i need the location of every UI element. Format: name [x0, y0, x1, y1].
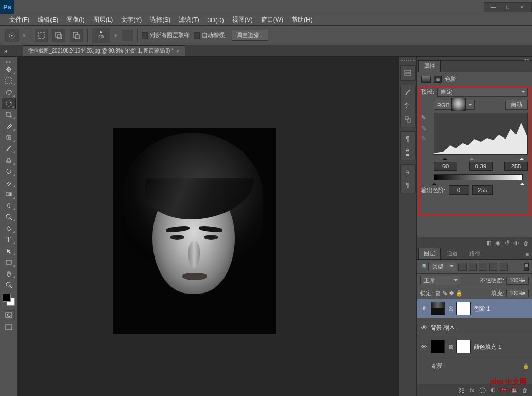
opacity-value[interactable]: 100% ▾ [506, 277, 529, 285]
layer-name[interactable]: 背景 [431, 362, 442, 370]
tab-layers[interactable]: 图层 [418, 248, 441, 259]
zoom-tool[interactable] [2, 279, 16, 290]
layer-row-background[interactable]: 背景 🔒 [417, 356, 532, 375]
auto-enhance-checkbox[interactable]: 自动增强 [194, 31, 225, 39]
layer-name[interactable]: 背景 副本 [431, 324, 455, 332]
blend-mode-select[interactable]: 正常 [420, 276, 460, 285]
type-tool[interactable]: T [2, 234, 16, 245]
output-gradient[interactable] [434, 174, 523, 180]
maximize-button[interactable]: □ [501, 3, 515, 12]
gamma-input-value[interactable]: 0.39 [469, 162, 493, 171]
visibility-toggle[interactable]: 👁 [420, 343, 427, 350]
visibility-toggle[interactable]: 👁 [420, 305, 427, 312]
document-tab[interactable]: 微信截图_20210824154425.jpg @ 90.9% (色阶 1, 图… [23, 45, 185, 56]
layer-name[interactable]: 颜色填充 1 [474, 343, 501, 351]
layer-row-levels1[interactable]: 👁 ⛓ 色阶 1 [417, 299, 532, 318]
layer-row-solidfill1[interactable]: 👁 ⛓ 颜色填充 1 [417, 337, 532, 356]
canvas-area[interactable] [18, 57, 399, 396]
clone-source-icon[interactable] [402, 113, 414, 126]
menu-help[interactable]: 帮助(H) [287, 15, 317, 24]
hand-tool[interactable] [2, 268, 16, 279]
current-tool-icon[interactable] [5, 29, 19, 42]
input-sliders[interactable] [434, 155, 523, 160]
menu-filter[interactable]: 滤镜(T) [175, 15, 203, 24]
quick-select-tool[interactable] [2, 98, 16, 109]
lock-transparent-icon[interactable]: ▨ [435, 290, 440, 297]
histogram[interactable] [434, 113, 528, 155]
lock-pixels-icon[interactable]: ✎ [442, 290, 447, 297]
link-layers-icon[interactable]: ⛓ [459, 387, 465, 393]
brush-options-icon[interactable] [122, 30, 133, 41]
filter-shape-icon[interactable] [489, 263, 497, 271]
menu-3d[interactable]: 3D(D) [203, 16, 228, 24]
trash-icon[interactable]: 🗑 [523, 240, 529, 246]
history-panel-icon[interactable] [402, 67, 414, 79]
dodge-tool[interactable] [2, 211, 16, 222]
properties-panel-menu[interactable]: ≡ [523, 62, 532, 72]
clip-to-layer-icon[interactable]: ◧ [486, 239, 491, 246]
path-select-tool[interactable] [2, 245, 16, 256]
black-output-slider[interactable] [432, 180, 437, 185]
screen-mode-button[interactable] [3, 322, 15, 333]
white-input-value[interactable]: 255 [504, 162, 528, 171]
reset-icon[interactable]: ↺ [505, 239, 509, 246]
tab-properties[interactable]: 属性 [418, 60, 441, 72]
menu-file[interactable]: 文件(F) [5, 15, 33, 24]
link-mask-icon[interactable]: ⛓ [448, 344, 453, 350]
visibility-toggle[interactable] [420, 362, 427, 369]
dock-handle[interactable] [401, 60, 415, 64]
menu-edit[interactable]: 编辑(E) [33, 15, 62, 24]
eyedropper-tool[interactable] [2, 120, 16, 132]
fill-value[interactable]: 100% ▾ [506, 289, 529, 297]
gray-point-eyedropper[interactable]: ✎ [421, 125, 432, 132]
move-tool[interactable]: ✥ [2, 64, 16, 75]
type-style-panel-icon[interactable]: A▬ [402, 146, 414, 159]
link-mask-icon[interactable]: ⛓ [448, 306, 453, 312]
black-input-slider[interactable] [442, 155, 448, 160]
filter-type-icon[interactable] [479, 263, 487, 271]
layers-panel-menu[interactable]: ≡ [523, 250, 532, 259]
white-output-slider[interactable] [520, 180, 525, 185]
new-selection-mode[interactable] [35, 29, 48, 42]
tab-channels[interactable]: 通道 [441, 248, 464, 259]
add-mask-icon[interactable]: ◯ [479, 387, 486, 393]
solidfill-thumb-icon[interactable] [431, 340, 445, 353]
foreground-color-swatch[interactable] [3, 294, 11, 302]
white-input-slider[interactable] [519, 155, 524, 160]
brush-presets-icon[interactable] [402, 100, 414, 112]
tab-paths[interactable]: 路径 [464, 248, 486, 259]
white-output-value[interactable]: 255 [472, 185, 493, 195]
tab-expand-icon[interactable]: » [4, 48, 14, 56]
levels-adjustment-icon[interactable] [421, 76, 431, 83]
gamma-input-slider[interactable] [469, 155, 474, 160]
menu-window[interactable]: 窗口(W) [257, 15, 287, 24]
view-previous-icon[interactable]: ◉ [495, 239, 501, 246]
add-selection-mode[interactable] [52, 29, 65, 42]
character-panel-icon[interactable]: A [402, 166, 414, 178]
preset-select[interactable]: 自定 [437, 87, 528, 97]
brush-size-picker[interactable]: 20 [92, 28, 110, 43]
refine-edge-button[interactable]: 调整边缘... [232, 30, 268, 41]
menu-view[interactable]: 视图(V) [228, 15, 257, 24]
stamp-tool[interactable] [2, 154, 16, 166]
menu-type[interactable]: 文字(Y) [117, 15, 146, 24]
crop-tool[interactable] [2, 109, 16, 120]
lock-all-icon[interactable]: 🔒 [456, 290, 463, 297]
gradient-tool[interactable] [2, 188, 16, 200]
close-button[interactable]: × [515, 3, 529, 12]
marquee-tool[interactable] [2, 75, 16, 87]
levels-thumb-icon[interactable] [431, 302, 445, 315]
mask-tab-icon[interactable]: ▣ [434, 76, 442, 83]
paragraph2-panel-icon[interactable]: ¶ [402, 179, 414, 192]
blur-tool[interactable] [2, 200, 16, 211]
color-swatches[interactable] [3, 294, 15, 306]
brush-tool[interactable] [2, 143, 16, 154]
menu-layer[interactable]: 图层(L) [89, 15, 117, 24]
filter-smart-icon[interactable] [500, 263, 508, 271]
lasso-tool[interactable] [2, 87, 16, 98]
black-input-value[interactable]: 60 [434, 162, 457, 171]
document-tab-close[interactable]: × [177, 48, 180, 54]
shape-tool[interactable] [2, 256, 16, 268]
layer-fx-icon[interactable]: fx [470, 387, 474, 393]
filter-search-icon[interactable]: 🔎 [420, 264, 426, 269]
